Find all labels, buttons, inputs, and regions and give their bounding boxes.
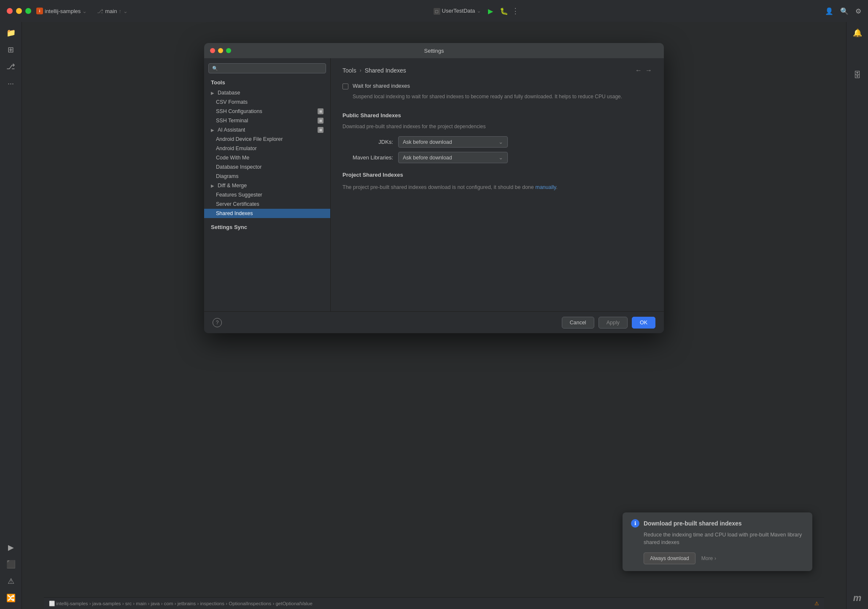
toast-notification: ℹ Download pre-built shared indexes Redu… <box>623 512 812 571</box>
dialog-footer: ? Cancel Apply OK <box>204 311 664 333</box>
sidebar-item-code-with-me[interactable]: Code With Me <box>204 153 330 162</box>
public-section-description: Download pre-built shared indexes for th… <box>342 124 652 129</box>
maven-dropdown[interactable]: Ask before download ⌄ <box>398 152 508 163</box>
breadcrumb-parent[interactable]: Tools <box>342 67 356 74</box>
jdks-dropdown-arrow: ⌄ <box>499 139 503 145</box>
search-input[interactable] <box>221 65 322 71</box>
project-name[interactable]: i intellij-samples ⌄ <box>36 8 87 14</box>
toast-header: ℹ Download pre-built shared indexes <box>631 519 804 528</box>
toast-title: Download pre-built shared indexes <box>644 520 742 527</box>
search-icon-small: 🔍 <box>212 66 218 71</box>
dialog-maximize-button[interactable] <box>226 48 231 53</box>
dialog-close-button[interactable] <box>210 48 215 53</box>
toast-info-icon: ℹ <box>631 519 639 528</box>
sidebar-item-android-emulator[interactable]: Android Emulator <box>204 144 330 153</box>
sidebar-item-ai-assistant[interactable]: ▶ AI Assistant ⊞ <box>204 125 330 135</box>
diff-arrow-icon: ▶ <box>211 183 214 188</box>
status-bar-right: ⚠ <box>814 601 819 606</box>
sidebar-item-android-file-explorer[interactable]: Android Device File Explorer <box>204 135 330 144</box>
wait-for-indexes-row: Wait for shared indexes <box>342 83 652 89</box>
ok-button[interactable]: OK <box>632 317 655 329</box>
manually-link[interactable]: manually <box>535 184 556 190</box>
sidebar-item-csv-formats[interactable]: CSV Formats <box>204 97 330 107</box>
more-button[interactable]: ⋮ <box>512 6 519 16</box>
sidebar-item-diagrams[interactable]: Diagrams <box>204 172 330 181</box>
sidebar-item-shared-indexes[interactable]: Shared Indexes <box>204 209 330 218</box>
titlebar: i intellij-samples ⌄ ⎇ main ↑ ⌄ ▢ UserTe… <box>0 0 868 22</box>
sidebar-item-ssh-config[interactable]: SSH Configurations ⊞ <box>204 107 330 116</box>
close-button[interactable] <box>7 8 13 14</box>
apply-button[interactable]: Apply <box>598 317 628 329</box>
sidebar-icon-terminal[interactable]: ⬛ <box>3 557 19 572</box>
profile-icon[interactable]: 👤 <box>825 7 833 15</box>
settings-icon[interactable]: ⚙ <box>855 7 861 15</box>
breadcrumb-arrow-icon: › <box>360 67 361 73</box>
titlebar-center: ▢ UserTestData ⌄ ▶ 🐛 ⋮ <box>133 5 820 17</box>
search-box[interactable]: 🔍 <box>208 63 326 73</box>
footer-buttons: Cancel Apply OK <box>562 317 655 329</box>
dialog-titlebar: Settings <box>204 43 664 58</box>
debug-button[interactable]: 🐛 <box>500 7 508 15</box>
breadcrumb-back-button[interactable]: ← <box>635 67 642 74</box>
help-button[interactable]: ? <box>213 318 222 327</box>
more-button[interactable]: More › <box>700 552 718 564</box>
sidebar-icon-problems[interactable]: ⚠ <box>3 574 19 589</box>
sidebar-item-server-certificates[interactable]: Server Certificates <box>204 199 330 209</box>
right-icon-m[interactable]: m <box>850 590 865 606</box>
status-bar: ⬜ intellij-samples › java-samples › src … <box>44 597 824 609</box>
sidebar-section-settings-sync[interactable]: Settings Sync <box>204 221 330 233</box>
right-icon-notifications[interactable]: 🔔 <box>850 25 865 40</box>
ssh-config-badge: ⊞ <box>318 108 323 114</box>
maven-label: Maven Libraries: <box>342 154 393 161</box>
wait-for-indexes-checkbox[interactable] <box>342 84 348 89</box>
sidebar-icon-modules[interactable]: ⊞ <box>3 42 19 57</box>
dialog-body: 🔍 Tools ▶ Database CSV Formats SSH Confi… <box>204 58 664 311</box>
sidebar-section-tools[interactable]: Tools <box>204 77 330 88</box>
settings-sidebar: 🔍 Tools ▶ Database CSV Formats SSH Confi… <box>204 58 331 311</box>
jdks-dropdown[interactable]: Ask before download ⌄ <box>398 136 508 148</box>
settings-content: Tools › Shared Indexes ← → Wait for shar… <box>331 58 664 311</box>
wait-for-indexes-label: Wait for shared indexes <box>353 83 410 89</box>
breadcrumb: Tools › Shared Indexes ← → <box>342 67 652 74</box>
sidebar-item-features-suggester[interactable]: Features Suggester <box>204 190 330 199</box>
sidebar-item-ssh-terminal[interactable]: SSH Terminal ⊞ <box>204 116 330 125</box>
right-icon-database[interactable]: 🗄 <box>850 67 865 83</box>
ai-badge: ⊞ <box>318 127 323 133</box>
project-section-title: Project Shared Indexes <box>342 172 652 178</box>
wait-for-indexes-description: Suspend local indexing to wait for share… <box>353 93 652 100</box>
status-bar-path: ⬜ intellij-samples › java-samples › src … <box>49 601 313 606</box>
run-button[interactable]: ▶ <box>485 5 496 17</box>
sidebar-icon-more[interactable]: ··· <box>3 76 19 91</box>
maven-field-row: Maven Libraries: Ask before download ⌄ <box>342 152 652 163</box>
always-download-button[interactable]: Always download <box>644 552 695 564</box>
sidebar-item-diff-merge[interactable]: ▶ Diff & Merge <box>204 181 330 190</box>
minimize-button[interactable] <box>16 8 22 14</box>
toast-actions: Always download More › <box>631 552 804 564</box>
project-note: The project pre-built shared indexes dow… <box>342 183 652 191</box>
maximize-button[interactable] <box>25 8 31 14</box>
arrow-icon: ▶ <box>211 91 214 95</box>
dialog-title: Settings <box>424 48 444 54</box>
search-icon[interactable]: 🔍 <box>840 7 849 15</box>
titlebar-traffic-lights <box>7 8 31 14</box>
project-section: Project Shared Indexes The project pre-b… <box>342 172 652 191</box>
cancel-button[interactable]: Cancel <box>562 317 594 329</box>
ai-arrow-icon: ▶ <box>211 128 214 132</box>
dialog-traffic-lights <box>210 48 231 53</box>
sidebar-icon-git-bottom[interactable]: 🔀 <box>3 590 19 606</box>
sidebar-icon-folder[interactable]: 📁 <box>3 25 19 40</box>
branch-info[interactable]: ⎇ main ↑ ⌄ <box>97 8 128 14</box>
ssh-terminal-badge: ⊞ <box>318 118 323 124</box>
status-warning-icon: ⚠ <box>814 601 819 606</box>
jdks-label: JDKs: <box>342 139 393 145</box>
left-sidebar: 📁 ⊞ ⎇ ··· ▶ ⬛ ⚠ 🔀 <box>0 22 22 609</box>
run-config[interactable]: ▢ UserTestData ⌄ <box>434 8 481 15</box>
breadcrumb-forward-button[interactable]: → <box>645 67 652 74</box>
titlebar-actions: 👤 🔍 ⚙ <box>825 7 861 15</box>
sidebar-icon-run[interactable]: ▶ <box>3 540 19 555</box>
dialog-minimize-button[interactable] <box>218 48 223 53</box>
sidebar-icon-git[interactable]: ⎇ <box>3 59 19 74</box>
sidebar-item-database[interactable]: ▶ Database <box>204 88 330 97</box>
maven-dropdown-value: Ask before download <box>403 155 452 161</box>
sidebar-item-database-inspector[interactable]: Database Inspector <box>204 162 330 172</box>
